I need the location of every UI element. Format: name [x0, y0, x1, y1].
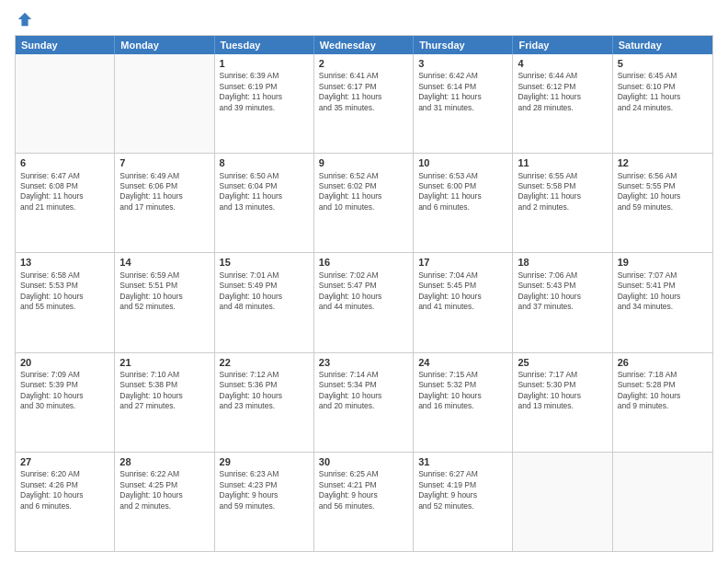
cell-line-0: Sunrise: 6:22 AM [119, 469, 209, 479]
cell-line-1: Sunset: 5:49 PM [220, 281, 309, 291]
day-number: 11 [518, 156, 607, 169]
cell-line-2: Daylight: 11 hours [518, 92, 607, 102]
cell-line-2: Daylight: 10 hours [319, 292, 408, 302]
cell-line-1: Sunset: 5:58 PM [518, 181, 607, 191]
header-wednesday: Wednesday [314, 36, 414, 54]
cell-line-2: Daylight: 11 hours [319, 92, 408, 102]
cell-line-3: and 13 minutes. [518, 401, 607, 411]
header-saturday: Saturday [613, 36, 712, 54]
cell-line-3: and 30 minutes. [20, 401, 109, 411]
calendar-row-2: 13Sunrise: 6:58 AMSunset: 5:53 PMDayligh… [16, 252, 712, 351]
cell-line-1: Sunset: 6:02 PM [319, 181, 408, 191]
cell-line-3: and 39 minutes. [220, 103, 309, 113]
cell-line-1: Sunset: 5:28 PM [618, 380, 708, 390]
cal-cell-r3-c0: 20Sunrise: 7:09 AMSunset: 5:39 PMDayligh… [16, 353, 115, 452]
cell-line-3: and 56 minutes. [319, 501, 408, 511]
day-number: 23 [319, 356, 408, 369]
cell-line-0: Sunrise: 7:18 AM [618, 370, 708, 380]
cal-cell-r0-c2: 1Sunrise: 6:39 AMSunset: 6:19 PMDaylight… [215, 54, 314, 153]
cell-line-2: Daylight: 9 hours [220, 490, 309, 500]
cell-line-1: Sunset: 5:51 PM [119, 281, 209, 291]
cal-cell-r0-c3: 2Sunrise: 6:41 AMSunset: 6:17 PMDaylight… [314, 54, 414, 153]
cell-line-2: Daylight: 10 hours [518, 391, 607, 401]
cell-line-1: Sunset: 6:14 PM [418, 82, 507, 92]
cell-line-0: Sunrise: 7:12 AM [220, 370, 309, 380]
cell-line-0: Sunrise: 6:42 AM [418, 71, 507, 81]
cell-line-0: Sunrise: 7:09 AM [20, 370, 109, 380]
calendar-row-0: 1Sunrise: 6:39 AMSunset: 6:19 PMDaylight… [16, 54, 712, 153]
cell-line-1: Sunset: 5:45 PM [418, 281, 507, 291]
cell-line-1: Sunset: 6:19 PM [220, 82, 309, 92]
cell-line-1: Sunset: 6:12 PM [518, 82, 607, 92]
calendar-row-4: 27Sunrise: 6:20 AMSunset: 4:26 PMDayligh… [16, 452, 712, 551]
cell-line-3: and 34 minutes. [618, 302, 708, 312]
day-number: 25 [518, 356, 607, 369]
svg-marker-0 [18, 13, 31, 26]
cell-line-3: and 9 minutes. [618, 401, 708, 411]
logo [15, 11, 33, 28]
cell-line-3: and 44 minutes. [319, 302, 408, 312]
cal-cell-r3-c3: 23Sunrise: 7:14 AMSunset: 5:34 PMDayligh… [314, 353, 414, 452]
cell-line-3: and 35 minutes. [319, 103, 408, 113]
logo-icon [17, 11, 33, 28]
cell-line-0: Sunrise: 7:15 AM [418, 370, 507, 380]
cell-line-2: Daylight: 11 hours [119, 191, 209, 201]
day-number: 7 [119, 156, 209, 169]
day-number: 24 [418, 356, 507, 369]
cal-cell-r0-c5: 4Sunrise: 6:44 AMSunset: 6:12 PMDaylight… [513, 54, 612, 153]
cell-line-3: and 20 minutes. [319, 401, 408, 411]
cell-line-1: Sunset: 4:23 PM [220, 480, 309, 490]
cell-line-3: and 2 minutes. [119, 501, 209, 511]
cell-line-3: and 24 minutes. [618, 103, 708, 113]
cell-line-2: Daylight: 10 hours [618, 292, 708, 302]
day-number: 14 [119, 256, 209, 269]
cell-line-1: Sunset: 5:32 PM [418, 380, 507, 390]
cell-line-3: and 28 minutes. [518, 103, 607, 113]
day-number: 8 [220, 156, 309, 169]
day-number: 4 [518, 57, 607, 70]
cal-cell-r2-c6: 19Sunrise: 7:07 AMSunset: 5:41 PMDayligh… [613, 253, 712, 351]
cell-line-3: and 31 minutes. [418, 103, 507, 113]
cal-cell-r4-c6 [613, 453, 712, 551]
cell-line-0: Sunrise: 7:10 AM [119, 370, 209, 380]
cell-line-3: and 16 minutes. [418, 401, 507, 411]
page: Sunday Monday Tuesday Wednesday Thursday… [0, 0, 728, 563]
cell-line-2: Daylight: 10 hours [20, 292, 109, 302]
cell-line-3: and 13 minutes. [220, 202, 309, 213]
cal-cell-r1-c6: 12Sunrise: 6:56 AMSunset: 5:55 PMDayligh… [613, 154, 712, 252]
day-number: 13 [20, 256, 109, 269]
cell-line-0: Sunrise: 6:44 AM [518, 71, 607, 81]
cell-line-0: Sunrise: 6:47 AM [20, 171, 109, 181]
day-number: 15 [220, 256, 309, 269]
day-number: 9 [319, 156, 408, 169]
cal-cell-r1-c4: 10Sunrise: 6:53 AMSunset: 6:00 PMDayligh… [414, 154, 513, 252]
cell-line-2: Daylight: 11 hours [418, 92, 507, 102]
day-number: 21 [119, 356, 209, 369]
cell-line-2: Daylight: 9 hours [319, 490, 408, 500]
cell-line-0: Sunrise: 7:04 AM [418, 270, 507, 281]
cell-line-3: and 52 minutes. [119, 302, 209, 312]
cell-line-0: Sunrise: 6:25 AM [319, 469, 408, 479]
header-monday: Monday [115, 36, 214, 54]
cell-line-3: and 21 minutes. [20, 202, 109, 213]
cell-line-3: and 59 minutes. [618, 202, 708, 213]
cal-cell-r0-c4: 3Sunrise: 6:42 AMSunset: 6:14 PMDaylight… [414, 54, 513, 153]
cell-line-3: and 23 minutes. [220, 401, 309, 411]
cal-cell-r2-c1: 14Sunrise: 6:59 AMSunset: 5:51 PMDayligh… [115, 253, 214, 351]
cell-line-2: Daylight: 10 hours [220, 391, 309, 401]
cell-line-0: Sunrise: 6:23 AM [220, 469, 309, 479]
cal-cell-r2-c0: 13Sunrise: 6:58 AMSunset: 5:53 PMDayligh… [16, 253, 115, 351]
cell-line-3: and 2 minutes. [518, 202, 607, 213]
cell-line-1: Sunset: 6:10 PM [618, 82, 708, 92]
header [15, 11, 713, 28]
cell-line-0: Sunrise: 6:41 AM [319, 71, 408, 81]
day-number: 12 [618, 156, 708, 169]
calendar-header: Sunday Monday Tuesday Wednesday Thursday… [16, 36, 712, 54]
day-number: 28 [119, 455, 209, 468]
cal-cell-r0-c1 [115, 54, 214, 153]
cal-cell-r2-c3: 16Sunrise: 7:02 AMSunset: 5:47 PMDayligh… [314, 253, 414, 351]
cell-line-1: Sunset: 5:34 PM [319, 380, 408, 390]
cell-line-1: Sunset: 5:43 PM [518, 281, 607, 291]
cell-line-2: Daylight: 10 hours [220, 292, 309, 302]
cell-line-1: Sunset: 6:17 PM [319, 82, 408, 92]
